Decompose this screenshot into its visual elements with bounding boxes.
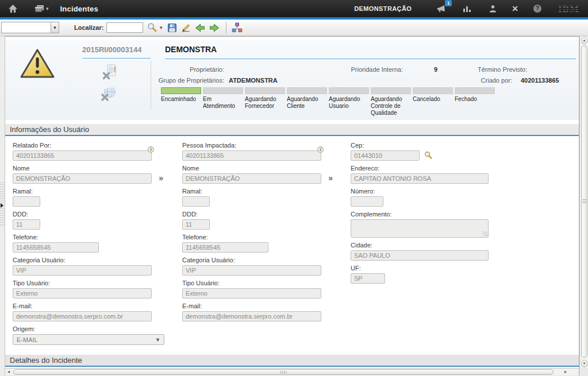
status-step[interactable]: Aguardando Fornecedor [245, 87, 285, 116]
record-title: DEMONSTRA [165, 45, 576, 59]
status-step-box [413, 87, 453, 94]
complemento-textarea[interactable] [351, 219, 489, 238]
field-label: Telefone: [13, 234, 164, 241]
field-nome-1: Nome » [13, 165, 164, 184]
field-numero: Número: [351, 188, 489, 207]
categoria-input[interactable] [182, 265, 321, 276]
vertical-scrollbar-thumb[interactable] [581, 45, 587, 358]
status-step[interactable]: Cancelado [413, 87, 453, 116]
close-session-icon[interactable]: ✕ [512, 4, 518, 13]
cidade-input[interactable] [351, 250, 489, 261]
next-record-icon[interactable] [209, 23, 220, 33]
status-step[interactable]: Aguardando Controle de Qualidade [371, 87, 411, 116]
field-label: UF: [351, 265, 489, 272]
clear-changes-icon[interactable] [181, 23, 191, 33]
origem-select[interactable]: E-MAIL ▼ [13, 334, 164, 345]
section-user-info-header[interactable]: Informações do Usuário [5, 124, 579, 136]
nome-input[interactable] [182, 173, 321, 184]
info-icon[interactable]: i [317, 146, 324, 153]
toolbar-separator [226, 22, 226, 33]
app-header: ▾ Incidentes DEMONSTRAÇÃO 1 ✕ ? IBM [0, 0, 588, 17]
uf-input[interactable] [351, 273, 385, 284]
horizontal-scrollbar-thumb[interactable] [13, 369, 554, 375]
field-label: Ramal: [13, 188, 164, 195]
goto-caret-icon[interactable]: ▾ [46, 6, 49, 11]
workflow-icon[interactable] [232, 22, 243, 33]
ddd-input[interactable] [13, 219, 40, 230]
field-endereco: Endereco: [351, 165, 489, 184]
detail-menu-icon[interactable]: » [159, 174, 163, 183]
numero-input[interactable] [351, 196, 383, 207]
cep-input[interactable] [351, 150, 420, 161]
status-step[interactable]: Encaminhado [161, 87, 201, 116]
field-label: Cidade: [351, 242, 489, 249]
record-header: 2015RI/00003144 [5, 40, 579, 120]
status-step-label: Cancelado [413, 96, 453, 103]
accent-bar [0, 17, 588, 20]
telefone-input[interactable] [182, 242, 268, 253]
status-step-label: Aguardando Cliente [287, 96, 327, 110]
select-action-caret-icon[interactable]: ▼ [51, 22, 59, 33]
field-email-2: E-mail: [182, 303, 321, 321]
linked-records-disabled-icon[interactable] [100, 86, 117, 104]
app-title: Incidentes [60, 5, 98, 13]
status-step[interactable]: Aguardando Usuario [329, 87, 369, 116]
field-ddd-2: DDD: [182, 211, 321, 230]
endereco-input[interactable] [351, 173, 489, 184]
search-options-caret-icon[interactable]: ▼ [159, 25, 163, 30]
status-bar: Encaminhado Em Atendimento Aguardando Fo… [161, 87, 497, 116]
created-by-value: 40201133865 [521, 77, 559, 84]
nav-splitter [0, 36, 5, 375]
user-name[interactable]: DEMONSTRAÇÃO [354, 5, 412, 12]
pessoa-impactada-input[interactable] [182, 150, 321, 161]
save-icon[interactable] [167, 23, 177, 33]
email-input[interactable] [182, 311, 321, 321]
scroll-right-icon[interactable]: ► [562, 369, 569, 375]
field-label: DDD: [13, 211, 164, 218]
home-icon[interactable] [7, 3, 18, 14]
scrollbar-grip [582, 199, 586, 203]
help-icon[interactable]: ? [533, 5, 541, 13]
vertical-scrollbar[interactable]: ▲ ▼ [579, 36, 588, 368]
field-label: Categoria Usuário: [182, 257, 321, 263]
horizontal-scrollbar[interactable]: ◄ ► [5, 368, 579, 375]
announcements-icon[interactable]: 1 [436, 3, 447, 14]
profile-icon[interactable] [487, 4, 498, 13]
priority-value: 9 [434, 66, 437, 73]
status-step-box [161, 87, 201, 94]
ramal-input[interactable] [13, 196, 40, 207]
select-action-combobox[interactable]: ▼ [1, 22, 59, 33]
status-step[interactable]: Em Atendimento [203, 87, 243, 116]
tipo-input[interactable] [13, 288, 152, 299]
find-input[interactable] [106, 22, 143, 33]
detail-menu-icon[interactable]: » [328, 174, 332, 183]
cep-search-icon[interactable] [424, 151, 433, 162]
splitter-expand-icon[interactable] [1, 203, 3, 208]
ddd-input[interactable] [182, 219, 210, 230]
scroll-down-icon[interactable]: ▼ [581, 360, 587, 367]
field-complemento: Complemento: [351, 211, 489, 238]
status-step[interactable]: Aguardando Cliente [287, 87, 327, 116]
resize-grip-icon[interactable] [483, 231, 487, 236]
nome-input[interactable] [13, 173, 152, 184]
goto-applications-icon[interactable] [34, 3, 44, 14]
tipo-input[interactable] [182, 288, 321, 299]
status-step-box [203, 87, 243, 94]
telefone-input[interactable] [13, 242, 99, 253]
search-icon[interactable] [147, 22, 157, 33]
select-action-input[interactable] [1, 22, 51, 33]
field-label: Origem: [13, 325, 164, 332]
reports-icon[interactable] [462, 4, 472, 13]
categoria-input[interactable] [13, 265, 152, 276]
status-step[interactable]: Fechado [455, 87, 495, 116]
field-label: Cep: [351, 142, 489, 149]
ramal-input[interactable] [182, 196, 210, 207]
email-input[interactable] [13, 311, 152, 321]
scroll-left-icon[interactable]: ◄ [5, 369, 12, 375]
splitter-handle[interactable] [0, 183, 5, 227]
previous-record-icon[interactable] [195, 23, 205, 33]
info-icon[interactable]: i [148, 146, 154, 153]
section-incident-details-header[interactable]: Detalhes do Incidente [5, 355, 579, 367]
scroll-up-icon[interactable]: ▲ [581, 37, 587, 44]
relatado-por-input[interactable] [13, 150, 152, 161]
